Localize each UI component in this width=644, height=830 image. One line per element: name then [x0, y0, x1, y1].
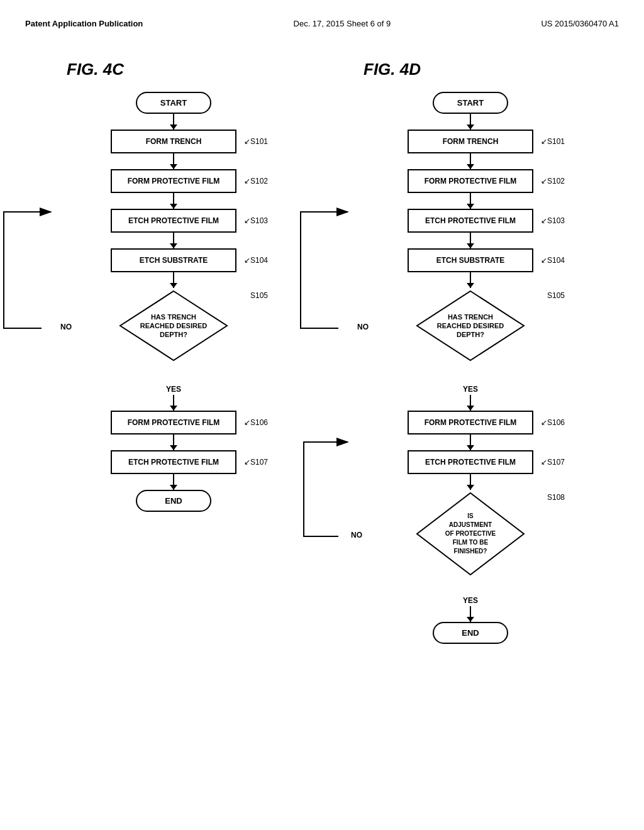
fig4c-s105-text: HAS TRENCHREACHED DESIREDDEPTH?	[117, 288, 230, 363]
fig4d-s104-box: ETCH SUBSTRATE	[408, 248, 533, 272]
fig4d-loop-container	[338, 366, 602, 397]
fig4c-start-box: START	[136, 92, 211, 114]
arrow7	[173, 434, 174, 450]
fig4d-s107-box: ETCH PROTECTIVE FILM	[408, 450, 533, 474]
fig4c-s101-label: ↙S101	[244, 137, 268, 146]
fig4c-s103-label: ↙S103	[244, 216, 268, 225]
fig4d-s107-label: ↙S107	[541, 458, 565, 467]
fig4d-s103-node: ETCH PROTECTIVE FILM ↙S103	[408, 209, 533, 233]
fig4d-s102-label: ↙S102	[541, 177, 565, 185]
header-center: Dec. 17, 2015 Sheet 6 of 9	[294, 19, 391, 28]
fig4c-s103-box: ETCH PROTECTIVE FILM	[111, 209, 236, 233]
fig4d-s101-label: ↙S101	[541, 137, 565, 146]
fig4c-no-label: NO	[60, 323, 72, 331]
fig4d-s102-node: FORM PROTECTIVE FILM ↙S102	[408, 169, 533, 193]
fig4d-end-node: END	[433, 622, 508, 644]
fig4c-end-node: END	[136, 490, 211, 512]
fig4c-loop-container	[42, 366, 306, 397]
fig4c-s102-label: ↙S102	[244, 177, 268, 185]
fig4c-s101-box: FORM TRENCH	[111, 130, 236, 153]
fig4d-s103-box: ETCH PROTECTIVE FILM	[408, 209, 533, 233]
fig4d-loop2-arrow-svg	[338, 536, 420, 675]
page-header: Patent Application Publication Dec. 17, …	[25, 13, 619, 41]
arrow-d8	[470, 474, 471, 490]
fig4c-s107-node: ETCH PROTECTIVE FILM ↙S107	[111, 450, 236, 474]
arrow4	[173, 233, 174, 248]
fig4d-flowchart: START FORM TRENCH ↙S101 FORM PROTECTIVE …	[338, 92, 602, 644]
fig4c-s102-node: FORM PROTECTIVE FILM ↙S102	[111, 169, 236, 193]
fig4d-s108-label: S108	[547, 493, 565, 502]
fig4d-s105-label: S105	[547, 291, 565, 300]
fig4c-s104-label: ↙S104	[244, 256, 268, 265]
fig4c-s106-box: FORM PROTECTIVE FILM	[111, 411, 236, 434]
fig4c-s107-label: ↙S107	[244, 458, 268, 467]
fig4d-s103-label: ↙S103	[541, 216, 565, 225]
fig4d-no-label: NO	[357, 323, 369, 331]
fig4d-s106-box: FORM PROTECTIVE FILM	[408, 411, 533, 434]
fig4c-title: FIG. 4C	[67, 60, 124, 79]
fig4c-s106-node: FORM PROTECTIVE FILM ↙S106	[111, 411, 236, 434]
fig4d-s101-node: FORM TRENCH ↙S101	[408, 130, 533, 153]
arrow3	[173, 193, 174, 209]
fig4d-title: FIG. 4D	[364, 60, 421, 79]
arrow6	[173, 395, 174, 411]
fig4c-s107-box: ETCH PROTECTIVE FILM	[111, 450, 236, 474]
arrow-d6	[470, 395, 471, 411]
fig4c-s104-node: ETCH SUBSTRATE ↙S104	[111, 248, 236, 272]
fig4d-s104-node: ETCH SUBSTRATE ↙S104	[408, 248, 533, 272]
fig4d-diagram: FIG. 4D START FORM TRENCH ↙S101 FORM PRO…	[338, 60, 602, 644]
fig4c-s103-node: ETCH PROTECTIVE FILM ↙S103	[111, 209, 236, 233]
arrow-d4	[470, 233, 471, 248]
fig4d-s108-diamond-wrap: ISADJUSTMENTOF PROTECTIVEFILM TO BEFINIS…	[414, 490, 527, 580]
arrow-d3	[470, 193, 471, 209]
arrow2	[173, 153, 174, 169]
fig4d-s106-label: ↙S106	[541, 418, 565, 427]
header-left: Patent Application Publication	[25, 19, 143, 28]
fig4d-start-box: START	[433, 92, 508, 114]
fig4c-s104-box: ETCH SUBSTRATE	[111, 248, 236, 272]
fig4c-start-node: START	[136, 92, 211, 114]
fig4c-s105-label: S105	[250, 291, 268, 300]
arrow1	[173, 114, 174, 130]
fig4d-s107-node: ETCH PROTECTIVE FILM ↙S107	[408, 450, 533, 474]
fig4c-flowchart: START FORM TRENCH ↙S101 FORM PROTECTIVE …	[42, 92, 306, 512]
fig4d-s101-box: FORM TRENCH	[408, 130, 533, 153]
diagrams-container: FIG. 4C START FORM TRENCH ↙S101 FORM PRO…	[25, 41, 619, 644]
fig4c-s106-label: ↙S106	[244, 418, 268, 427]
fig4c-end-box: END	[136, 490, 211, 512]
fig4d-s102-box: FORM PROTECTIVE FILM	[408, 169, 533, 193]
arrow-d2	[470, 153, 471, 169]
fig4d-s105-diamond-wrap: HAS TRENCHREACHED DESIREDDEPTH? S105	[414, 288, 527, 366]
fig4c-s105-diamond-wrap: HAS TRENCHREACHED DESIREDDEPTH? S105	[117, 288, 230, 366]
arrow-d1	[470, 114, 471, 130]
arrow-d9	[470, 606, 471, 622]
fig4d-end-box: END	[433, 622, 508, 644]
arrow-d7	[470, 434, 471, 450]
page: Patent Application Publication Dec. 17, …	[0, 0, 644, 830]
fig4d-s106-node: FORM PROTECTIVE FILM ↙S106	[408, 411, 533, 434]
fig4c-s101-node: FORM TRENCH ↙S101	[111, 130, 236, 153]
arrow5	[173, 272, 174, 288]
fig4c-diagram: FIG. 4C START FORM TRENCH ↙S101 FORM PRO…	[42, 60, 306, 644]
fig4c-s102-box: FORM PROTECTIVE FILM	[111, 169, 236, 193]
fig4d-s104-label: ↙S104	[541, 256, 565, 265]
fig4d-s105-text: HAS TRENCHREACHED DESIREDDEPTH?	[414, 288, 527, 363]
fig4d-no-s108-label: NO	[351, 531, 362, 540]
fig4d-s108-text: ISADJUSTMENTOF PROTECTIVEFILM TO BEFINIS…	[414, 490, 527, 578]
arrow8	[173, 474, 174, 490]
header-right: US 2015/0360470 A1	[541, 19, 619, 28]
arrow-d5	[470, 272, 471, 288]
fig4d-start-node: START	[433, 92, 508, 114]
fig4d-loop2-container	[338, 580, 602, 606]
